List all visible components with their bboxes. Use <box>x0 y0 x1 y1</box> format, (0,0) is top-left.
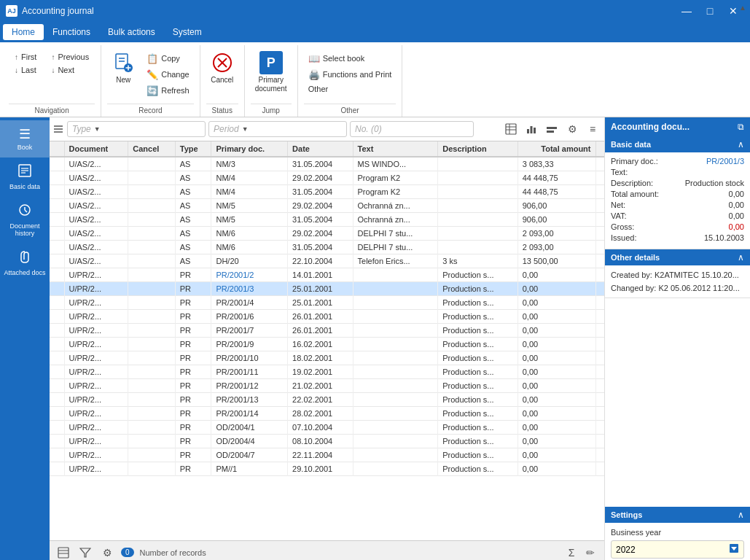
business-year-input[interactable]: 2022 <box>611 540 744 559</box>
bottom-filter-icon[interactable] <box>77 545 93 561</box>
titlebar: AJ Accounting journal — □ ✕ <box>0 0 750 22</box>
table-cell <box>50 393 64 407</box>
sidebar-item-basic-data[interactable]: Basic data <box>0 158 50 197</box>
cancel-button[interactable]: Cancel <box>206 48 238 88</box>
table-view-icon[interactable] <box>502 120 520 138</box>
svg-rect-23 <box>527 129 529 133</box>
minimize-button[interactable]: — <box>676 1 698 21</box>
table-row[interactable]: U/PR/2...PROD/2004/408.10.2004Production… <box>50 435 604 448</box>
filter-menu-icon[interactable] <box>52 120 64 138</box>
th-document[interactable]: Document <box>64 141 128 157</box>
first-button[interactable]: ↑ First <box>9 51 42 63</box>
change-button[interactable]: ✏️ Change <box>142 67 194 82</box>
sidebar-item-attached-docs[interactable]: Attached docs <box>0 244 50 283</box>
menu-tab-bulk-actions[interactable]: Bulk actions <box>99 24 164 40</box>
sidebar-item-book[interactable]: ☰ Book <box>0 120 50 158</box>
bottom-table-icon[interactable] <box>55 545 71 561</box>
sidebar-item-document-history[interactable]: Document history <box>0 197 50 244</box>
ribbon-record-content: New 📋 Copy ✏️ Change 🔄 Refresh <box>107 45 194 104</box>
ribbon-collapse-button[interactable]: ▲ <box>737 1 749 13</box>
table-cell <box>50 185 64 199</box>
menu-tab-home[interactable]: Home <box>3 24 44 40</box>
table-row[interactable]: U/AS/2...ASNM/629.02.2004DELPHI 7 stu...… <box>50 227 604 241</box>
table-cell: PR <box>175 448 211 462</box>
table-cell: 19.02.2001 <box>288 365 353 379</box>
previous-button[interactable]: ↑ Previous <box>45 51 95 63</box>
table-row[interactable]: U/PR/2...PRPR/2001/1119.02.2001Productio… <box>50 365 604 379</box>
no-filter-input[interactable]: No. (0) <box>350 121 474 137</box>
settings-section-header[interactable]: Settings ∧ <box>605 507 750 523</box>
table-row[interactable]: U/PR/2...PRPR/2001/214.01.2001Production… <box>50 268 604 282</box>
period-filter-input[interactable]: Period ▼ <box>208 121 347 137</box>
table-cell: PR/2001/6 <box>211 310 288 324</box>
other-details-section-header[interactable]: Other details ∧ <box>605 249 750 265</box>
table-row[interactable]: U/AS/2...ASNM/529.02.2004Ochranná zn...9… <box>50 199 604 213</box>
table-cell: 0,00 <box>517 448 595 462</box>
table-row[interactable]: U/PR/2...PRPR/2001/1018.02.2001Productio… <box>50 351 604 365</box>
menu-tab-system[interactable]: System <box>164 24 211 40</box>
table-row[interactable]: U/PR/2...PRPR/2001/1322.02.2001Productio… <box>50 393 604 407</box>
bar-chart-icon[interactable] <box>543 120 560 138</box>
table-cell <box>50 462 64 476</box>
business-year-dropdown-icon <box>729 543 739 556</box>
table-cell <box>50 421 64 435</box>
next-label: Next <box>58 66 74 74</box>
panel-row-text: Text: <box>611 168 744 176</box>
period-filter-placeholder: Period <box>214 124 239 134</box>
right-panel-open-icon[interactable]: ⧉ <box>738 122 744 132</box>
bottom-edit-icon[interactable]: ✏ <box>582 545 598 561</box>
bottom-gear-icon[interactable]: ⚙ <box>99 545 115 561</box>
table-row[interactable]: U/PR/2...PROD/2004/107.10.2004Production… <box>50 421 604 435</box>
table-cell-scrollbar <box>595 185 604 199</box>
table-row[interactable]: U/PR/2...PRPR/2001/1428.02.2001Productio… <box>50 407 604 421</box>
table-cell: PR <box>175 296 211 310</box>
table-row[interactable]: U/PR/2...PRPR/2001/626.01.2001Production… <box>50 310 604 324</box>
table-row[interactable]: U/PR/2...PRPR/2001/425.01.2001Production… <box>50 296 604 310</box>
select-book-button[interactable]: 📖 Select book <box>304 51 397 66</box>
table-cell: OD/2004/7 <box>211 448 288 462</box>
table-row[interactable]: U/PR/2...PRPR/2001/1221.02.2001Productio… <box>50 379 604 393</box>
table-cell: PR <box>175 407 211 421</box>
table-cell-scrollbar <box>595 365 604 379</box>
table-row[interactable]: U/PR/2...PROD/2004/722.11.2004Production… <box>50 448 604 462</box>
ribbon-nav-prevnext: ↑ Previous ↓ Next <box>45 51 95 76</box>
table-row[interactable]: U/PR/2...PRPR/2001/325.01.2001Production… <box>50 282 604 296</box>
table-row[interactable]: U/PR/2...PRPR/2001/916.02.2001Production… <box>50 338 604 351</box>
basic-data-section-header[interactable]: Basic data ∧ <box>605 136 750 152</box>
panel-row-net: Net: 0,00 <box>611 201 744 209</box>
bottom-sum-icon[interactable]: Σ <box>563 545 579 561</box>
table-row[interactable]: U/PR/2...PRPM//129.10.2001Production s..… <box>50 462 604 476</box>
th-description[interactable]: Description <box>438 141 517 157</box>
type-filter-input[interactable]: Type ▼ <box>67 121 206 137</box>
refresh-button[interactable]: 🔄 Refresh <box>142 83 194 98</box>
th-total-amount[interactable]: Total amount <box>517 141 595 157</box>
table-cell: 13 500,00 <box>517 254 595 268</box>
next-button[interactable]: ↓ Next <box>45 64 95 76</box>
primary-document-button[interactable]: P Primarydocument <box>251 48 292 96</box>
chart-icon[interactable] <box>523 120 540 138</box>
table-cell: Production s... <box>438 379 517 393</box>
table-row[interactable]: U/AS/2...ASNM/431.05.2004Program K244 44… <box>50 185 604 199</box>
menu-tab-functions[interactable]: Functions <box>44 24 99 40</box>
functions-print-button[interactable]: 🖨️ Functions and Print <box>304 67 397 82</box>
table-row[interactable]: U/AS/2...ASNM/429.02.2004Program K244 44… <box>50 171 604 185</box>
table-row[interactable]: U/AS/2...ASNM/331.05.2004MS WINDO...3 08… <box>50 157 604 171</box>
maximize-button[interactable]: □ <box>699 1 721 21</box>
table-row[interactable]: U/PR/2...PRPR/2001/726.01.2001Production… <box>50 324 604 338</box>
menu-dots-icon[interactable]: ≡ <box>584 120 601 138</box>
table-row[interactable]: U/AS/2...ASNM/631.05.2004DELPHI 7 stu...… <box>50 241 604 254</box>
table-row[interactable]: U/AS/2...ASDH/2022.10.2004Telefon Erics.… <box>50 254 604 268</box>
th-date[interactable]: Date <box>288 141 353 157</box>
table-cell: 08.10.2004 <box>288 435 353 448</box>
table-cell: NM/6 <box>211 227 288 241</box>
th-cancel[interactable]: Cancel <box>128 141 175 157</box>
copy-button[interactable]: 📋 Copy <box>142 51 194 66</box>
th-primary-doc[interactable]: Primary doc. <box>211 141 288 157</box>
settings-icon[interactable]: ⚙ <box>563 120 581 138</box>
other-button[interactable]: Other <box>304 83 397 95</box>
th-text[interactable]: Text <box>353 141 438 157</box>
last-button[interactable]: ↓ Last <box>9 64 42 76</box>
table-row[interactable]: U/AS/2...ASNM/531.05.2004Ochranná zn...9… <box>50 213 604 227</box>
new-button[interactable]: New <box>107 48 139 88</box>
th-type[interactable]: Type <box>175 141 211 157</box>
